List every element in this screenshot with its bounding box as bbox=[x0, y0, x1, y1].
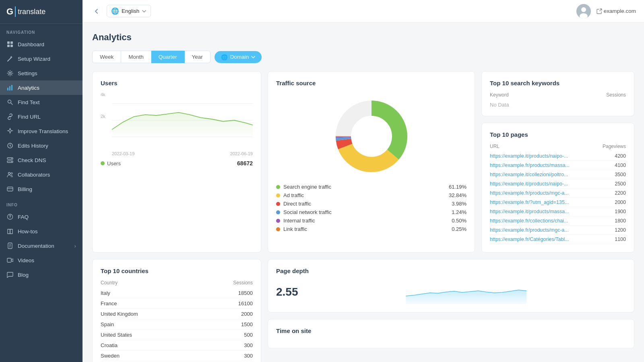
page-link[interactable]: https://example.fr/Catégories/Tabl... bbox=[490, 237, 569, 242]
sidebar-item-label: Videos bbox=[18, 257, 34, 263]
country-sessions: 300 bbox=[244, 342, 253, 348]
page-link[interactable]: https://example.it/products/massa... bbox=[490, 209, 569, 214]
page-link[interactable]: https://example.it/collezioni/poltro... bbox=[490, 172, 568, 177]
page-row: https://example.fr/products/mgc-a...2200 bbox=[490, 189, 626, 198]
tl-value: 61.19% bbox=[449, 184, 466, 190]
traffic-legend-row: Ad traffic 32.84% bbox=[276, 192, 466, 198]
svg-rect-1 bbox=[10, 41, 13, 44]
page-row: https://example.fr/?utm_agid=135...2000 bbox=[490, 198, 626, 207]
chevron-right-icon: › bbox=[74, 243, 76, 249]
sessions-col-header: Sessions bbox=[606, 92, 626, 98]
period-bar: Week Month Quarter Year 🌐 Domain bbox=[92, 51, 634, 63]
page-link[interactable]: https://example.it/products/naipo-... bbox=[490, 153, 568, 159]
sidebar-item-billing[interactable]: Billing bbox=[0, 182, 83, 196]
sidebar-item-setup-wizard[interactable]: Setup Wizard bbox=[0, 51, 83, 66]
chat-icon bbox=[6, 271, 14, 278]
keywords-header: Keyword Sessions bbox=[490, 92, 626, 98]
topbar-right: example.com bbox=[576, 4, 636, 19]
tl-label: Link traffic bbox=[283, 226, 307, 232]
sidebar-item-blog[interactable]: Blog bbox=[0, 267, 83, 282]
avatar bbox=[576, 4, 591, 19]
tl-label: Search engine traffic bbox=[283, 184, 331, 190]
svg-line-4 bbox=[8, 58, 11, 61]
domain-filter-button[interactable]: 🌐 Domain bbox=[215, 51, 262, 63]
tl-label: Internal traffic bbox=[283, 218, 315, 224]
page-views: 2500 bbox=[615, 181, 626, 187]
pages-title: Top 10 pages bbox=[490, 131, 626, 138]
traffic-legend-row: Direct traffic 3.98% bbox=[276, 201, 466, 207]
y-label-2k: 2k bbox=[101, 114, 105, 119]
tl-value: 0.25% bbox=[452, 226, 466, 232]
svg-point-21 bbox=[10, 218, 10, 218]
page-link[interactable]: https://example.it/products/naipo-... bbox=[490, 181, 568, 187]
users-legend-label: Users bbox=[107, 160, 121, 167]
countries-list: Italy18500France16100United Kingdom2000S… bbox=[101, 288, 253, 361]
country-row: Croatia300 bbox=[101, 340, 253, 351]
language-label: English bbox=[122, 8, 139, 14]
wand-icon bbox=[6, 55, 14, 62]
sidebar-item-faq[interactable]: FAQ bbox=[0, 210, 83, 224]
sidebar-item-find-url[interactable]: Find URL bbox=[0, 109, 83, 124]
sidebar-item-dashboard[interactable]: Dashboard bbox=[0, 37, 83, 51]
chart-legend: Users 68672 bbox=[101, 160, 253, 167]
page-depth-sparkline bbox=[306, 280, 626, 304]
top-pages-card: Top 10 pages URL Pageviews https://examp… bbox=[481, 123, 634, 253]
sidebar-item-label: Setup Wizard bbox=[18, 56, 50, 62]
svg-point-5 bbox=[9, 72, 11, 74]
users-chart-card: Users 4k 2k bbox=[92, 71, 261, 253]
page-link[interactable]: https://example.fr/products/massa... bbox=[490, 162, 570, 168]
card-icon bbox=[6, 185, 14, 193]
sidebar-item-settings[interactable]: Settings bbox=[0, 66, 83, 80]
month-button[interactable]: Month bbox=[121, 51, 151, 63]
pages-list: https://example.it/products/naipo-...420… bbox=[490, 152, 626, 244]
tl-value: 0.50% bbox=[452, 218, 466, 224]
clock-icon bbox=[6, 142, 14, 149]
quarter-button[interactable]: Quarter bbox=[151, 51, 185, 63]
donut-chart-wrapper bbox=[276, 96, 466, 177]
page-views: 1200 bbox=[615, 227, 626, 233]
globe-small-icon: 🌐 bbox=[221, 54, 228, 60]
link-icon bbox=[6, 113, 14, 120]
page-link[interactable]: https://example.fr/products/mgc-a... bbox=[490, 190, 569, 196]
sidebar-item-how-tos[interactable]: How-tos bbox=[0, 224, 83, 239]
topbar: 🌐 English example.com bbox=[83, 0, 644, 23]
page-depth-title: Page depth bbox=[276, 267, 626, 274]
chevron-down-icon bbox=[142, 9, 147, 14]
back-button[interactable] bbox=[91, 6, 102, 17]
x-label-start: 2022-03-19 bbox=[112, 151, 134, 156]
nav-section-label: NAVIGATION bbox=[0, 24, 83, 37]
week-button[interactable]: Week bbox=[92, 51, 121, 63]
page-link[interactable]: https://example.fr/collections/chai... bbox=[490, 218, 568, 224]
country-name: France bbox=[101, 300, 117, 306]
country-name: Spain bbox=[101, 321, 114, 327]
users-legend-value: 68672 bbox=[237, 160, 253, 167]
sidebar-item-videos[interactable]: Videos bbox=[0, 253, 83, 267]
page-link[interactable]: https://example.fr/products/mgc-a... bbox=[490, 227, 569, 233]
page-link[interactable]: https://example.fr/?utm_agid=135... bbox=[490, 200, 569, 205]
page-title: Analytics bbox=[92, 32, 634, 43]
sidebar-item-label: Find URL bbox=[18, 114, 41, 120]
sidebar-item-analytics[interactable]: Analytics bbox=[0, 80, 83, 95]
sidebar-item-improve-translations[interactable]: Improve Translations bbox=[0, 124, 83, 138]
year-button[interactable]: Year bbox=[185, 51, 211, 63]
tl-label: Direct traffic bbox=[283, 201, 311, 207]
right-column: Top 10 search keywords Keyword Sessions … bbox=[481, 71, 634, 253]
svg-point-29 bbox=[581, 7, 586, 12]
users-chart-title: Users bbox=[101, 80, 253, 86]
sidebar-item-label: Edits History bbox=[18, 143, 48, 149]
country-sessions: 500 bbox=[244, 332, 253, 338]
sidebar-item-find-text[interactable]: Find Text bbox=[0, 95, 83, 109]
tl-label: Ad traffic bbox=[283, 192, 304, 198]
svg-point-15 bbox=[11, 161, 12, 162]
language-selector[interactable]: 🌐 English bbox=[107, 5, 151, 17]
country-row: Italy18500 bbox=[101, 288, 253, 298]
sidebar-item-check-dns[interactable]: Check DNS bbox=[0, 153, 83, 167]
sidebar-item-collaborators[interactable]: Collaborators bbox=[0, 167, 83, 182]
page-row: https://example.it/products/naipo-...420… bbox=[490, 152, 626, 161]
users-icon bbox=[6, 171, 14, 178]
gear-icon bbox=[6, 70, 14, 77]
sidebar-item-edits-history[interactable]: Edits History bbox=[0, 138, 83, 153]
page-row: https://example.fr/Catégories/Tabl...110… bbox=[490, 235, 626, 244]
sidebar-item-label: Documentation bbox=[18, 243, 54, 249]
sidebar-item-documentation[interactable]: Documentation › bbox=[0, 239, 83, 253]
